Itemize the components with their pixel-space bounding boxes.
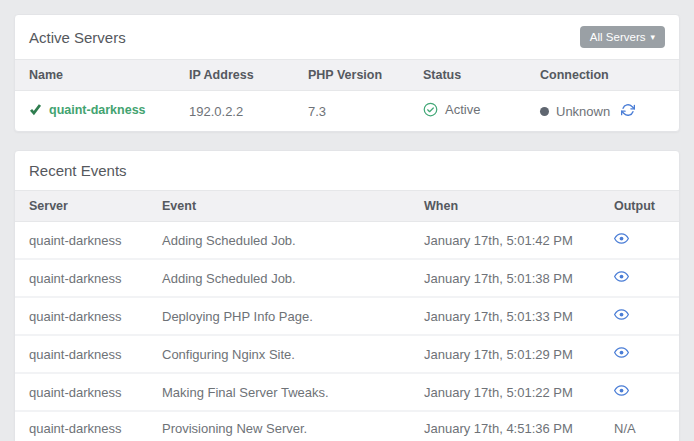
event-row: quaint-darkness Deploying PHP Info Page.…: [15, 297, 679, 335]
view-output-eye-icon: [614, 383, 629, 401]
event-row: quaint-darkness Configuring Nginx Site. …: [15, 335, 679, 373]
connection-label: Unknown: [556, 104, 610, 119]
status-label: Active: [445, 102, 480, 117]
event-description: Making Final Server Tweaks.: [148, 373, 410, 411]
server-ip-address: 192.0.2.2: [175, 91, 294, 132]
view-output-button[interactable]: [614, 345, 629, 363]
event-server-name: quaint-darkness: [15, 373, 148, 411]
view-output-button[interactable]: [614, 383, 629, 401]
event-timestamp: January 17th, 5:01:38 PM: [410, 259, 600, 297]
recent-events-card: Recent Events Server Event When Output q…: [14, 150, 680, 441]
active-servers-card-header: Active Servers All Servers ▾: [15, 15, 679, 59]
view-output-eye-icon: [614, 345, 629, 363]
refresh-icon: [621, 103, 635, 120]
event-description: Adding Scheduled Job.: [148, 259, 410, 297]
view-output-button[interactable]: [614, 231, 629, 249]
caret-down-icon: ▾: [650, 33, 655, 42]
event-description: Configuring Nginx Site.: [148, 335, 410, 373]
view-output-eye-icon: [614, 307, 629, 325]
server-name-link[interactable]: quaint-darkness: [49, 103, 146, 117]
view-output-button[interactable]: [614, 307, 629, 325]
event-server-name: quaint-darkness: [15, 259, 148, 297]
event-row: quaint-darkness Making Final Server Twea…: [15, 373, 679, 411]
col-header-name: Name: [15, 60, 175, 91]
event-timestamp: January 17th, 5:01:42 PM: [410, 222, 600, 260]
col-header-output: Output: [600, 191, 679, 222]
view-output-eye-icon: [614, 231, 629, 249]
forge-dashboard: Active Servers All Servers ▾ Name IP Add…: [14, 14, 680, 441]
col-header-when: When: [410, 191, 600, 222]
col-header-connection: Connection: [526, 60, 679, 91]
event-server-name: quaint-darkness: [15, 335, 148, 373]
events-table-body: quaint-darkness Adding Scheduled Job. Ja…: [15, 222, 679, 441]
recent-events-card-header: Recent Events: [15, 151, 679, 190]
event-timestamp: January 17th, 5:01:22 PM: [410, 373, 600, 411]
event-timestamp: January 17th, 4:51:36 PM: [410, 411, 600, 441]
refresh-connection-button[interactable]: [621, 103, 635, 120]
event-description: Deploying PHP Info Page.: [148, 297, 410, 335]
all-servers-dropdown-button[interactable]: All Servers ▾: [580, 26, 665, 48]
recent-events-table: Server Event When Output quaint-darkness…: [15, 190, 679, 441]
col-header-server: Server: [15, 191, 148, 222]
col-header-ip-address: IP Address: [175, 60, 294, 91]
status-active-icon: [423, 102, 438, 117]
server-icon: [29, 103, 42, 116]
active-servers-card: Active Servers All Servers ▾ Name IP Add…: [14, 14, 680, 132]
view-output-eye-icon: [614, 269, 629, 287]
events-header-row: Server Event When Output: [15, 191, 679, 222]
event-server-name: quaint-darkness: [15, 222, 148, 260]
active-servers-table: Name IP Address PHP Version Status Conne…: [15, 59, 679, 131]
col-header-status: Status: [409, 60, 526, 91]
all-servers-dropdown-label: All Servers: [590, 31, 646, 43]
event-timestamp: January 17th, 5:01:29 PM: [410, 335, 600, 373]
event-row: quaint-darkness Provisioning New Server.…: [15, 411, 679, 441]
connection-status-dot-icon: [540, 107, 549, 116]
recent-events-title: Recent Events: [29, 162, 127, 179]
event-server-name: quaint-darkness: [15, 411, 148, 441]
event-description: Provisioning New Server.: [148, 411, 410, 441]
active-servers-title: Active Servers: [29, 29, 126, 46]
event-row: quaint-darkness Adding Scheduled Job. Ja…: [15, 222, 679, 260]
event-row: quaint-darkness Adding Scheduled Job. Ja…: [15, 259, 679, 297]
event-server-name: quaint-darkness: [15, 297, 148, 335]
event-description: Adding Scheduled Job.: [148, 222, 410, 260]
col-header-php-version: PHP Version: [294, 60, 409, 91]
server-row: quaint-darkness 192.0.2.2 7.3 Active: [15, 91, 679, 132]
output-na-label: N/A: [614, 421, 636, 436]
view-output-button[interactable]: [614, 269, 629, 287]
servers-header-row: Name IP Address PHP Version Status Conne…: [15, 60, 679, 91]
event-timestamp: January 17th, 5:01:33 PM: [410, 297, 600, 335]
server-php-version: 7.3: [294, 91, 409, 132]
col-header-event: Event: [148, 191, 410, 222]
